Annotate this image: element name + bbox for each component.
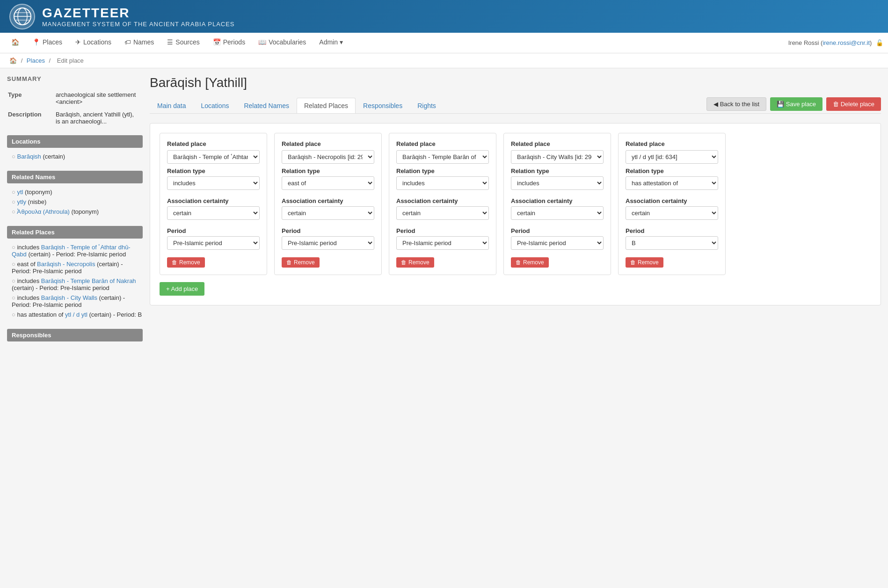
name-link-athroula[interactable]: Ἀθρουλα (Athroula) xyxy=(17,208,69,215)
tag-icon: 🏷 xyxy=(124,38,131,46)
content-area: Barāqish [Yathill] Main data Locations R… xyxy=(150,75,881,345)
breadcrumb-places[interactable]: Places xyxy=(27,57,45,64)
period-section-3: Period Pre-Islamic period Islamic period… xyxy=(511,227,604,254)
breadcrumb: 🏠 / Places / Edit place xyxy=(0,53,888,68)
relation-type-select-4[interactable]: has attestation of includeseast ofis par… xyxy=(626,176,718,190)
location-certainty: (certain) xyxy=(43,153,65,160)
related-place-select-1[interactable]: Barāqish - Necropolis [id: 29x xyxy=(282,150,374,164)
assoc-certainty-select-2[interactable]: certain uncertainprobable xyxy=(396,206,489,220)
add-place-button[interactable]: + Add place xyxy=(160,282,204,296)
relation-type-label-4: Relation type xyxy=(626,167,718,174)
period-select-2[interactable]: Pre-Islamic period Islamic periodBCD xyxy=(396,236,489,250)
name-link-ytl[interactable]: ytl xyxy=(17,189,23,196)
app-logo xyxy=(9,4,35,29)
description-label: Description xyxy=(8,109,55,127)
assoc-certainty-select-4[interactable]: certain uncertainprobable xyxy=(626,206,718,220)
nav-locations[interactable]: ✈ Locations xyxy=(69,33,118,53)
remove-button-1[interactable]: 🗑 Remove xyxy=(282,257,320,268)
list-item: Ἀθρουλα (Athroula) (toponym) xyxy=(12,207,143,217)
assoc-certainty-section-0: Association certainty certain uncertainp… xyxy=(167,197,260,224)
period-label-4: Period xyxy=(626,227,718,234)
period-section-2: Period Pre-Islamic period Islamic period… xyxy=(396,227,489,254)
rp-link-5[interactable]: ytl / d ytl xyxy=(65,311,87,318)
nav-periods[interactable]: 📅 Periods xyxy=(206,33,252,53)
relation-type-select-3[interactable]: includes east ofhas attestation ofis par… xyxy=(511,176,604,190)
related-place-select-4[interactable]: ytl / d ytl [id: 634] xyxy=(626,150,718,164)
remove-button-4[interactable]: 🗑 Remove xyxy=(626,257,663,268)
assoc-certainty-section-2: Association certainty certain uncertainp… xyxy=(396,197,489,224)
period-select-0[interactable]: Pre-Islamic period Islamic periodBCD xyxy=(167,236,260,250)
breadcrumb-sep2: / xyxy=(49,57,52,64)
tab-responsibles[interactable]: Responsibles xyxy=(356,98,410,113)
place-title: Barāqish [Yathill] xyxy=(150,75,881,90)
tabs-row: Main data Locations Related Names Relate… xyxy=(150,97,881,114)
assoc-certainty-select-0[interactable]: certain uncertainprobable xyxy=(167,206,260,220)
save-place-button[interactable]: 💾 Save place xyxy=(770,97,822,111)
trash-icon-1: 🗑 xyxy=(286,259,292,266)
nav-places-label: Places xyxy=(43,38,62,46)
tab-main-data[interactable]: Main data xyxy=(150,98,193,113)
tab-locations[interactable]: Locations xyxy=(193,98,236,113)
trash-icon-3: 🗑 xyxy=(516,259,521,266)
relation-type-select-0[interactable]: includes east ofhas attestation ofis par… xyxy=(167,176,260,190)
sidebar-section-responsibles: Responsibles xyxy=(7,329,143,341)
tab-related-places[interactable]: Related Places xyxy=(297,98,356,113)
period-section-4: Period B Pre-Islamic periodIslamic perio… xyxy=(626,227,718,254)
nav-admin[interactable]: Admin ▾ xyxy=(313,33,349,53)
rp-link-2[interactable]: Barāqish - Necropolis xyxy=(37,261,95,268)
remove-button-2[interactable]: 🗑 Remove xyxy=(396,257,434,268)
nav-sources[interactable]: ☰ Sources xyxy=(160,33,206,53)
nav-vocabularies-label: Vocabularies xyxy=(269,38,306,46)
relation-type-section-4: Relation type has attestation of include… xyxy=(626,167,718,194)
relation-type-section-0: Relation type includes east ofhas attest… xyxy=(167,167,260,194)
app-title-block: GAZETTEER MANAGEMENT SYSTEM OF THE ANCIE… xyxy=(42,6,235,28)
relation-type-select-1[interactable]: east of includeshas attestation ofis par… xyxy=(282,176,374,190)
tab-related-names[interactable]: Related Names xyxy=(236,98,297,113)
list-item: includes Barāqish - Temple Barān of Nakr… xyxy=(12,276,143,293)
relation-type-select-2[interactable]: includes east ofhas attestation ofis par… xyxy=(396,176,489,190)
period-select-1[interactable]: Pre-Islamic period Islamic periodBCD xyxy=(282,236,374,250)
globe-icon xyxy=(13,7,32,26)
nav-vocabularies[interactable]: 📖 Vocabularies xyxy=(252,33,313,53)
card-label-4: Related place xyxy=(626,140,718,147)
related-place-select-0[interactable]: Barāqish - Temple of ʿAthtar ✓ xyxy=(167,150,260,164)
place-card: Related place Barāqish - Temple of ʿAtht… xyxy=(160,133,267,275)
place-card: Related place Barāqish - Temple Barān of… xyxy=(389,133,496,275)
sidebar-related-places-list: includes Barāqish - Temple of ʿAthtar dh… xyxy=(7,242,143,324)
user-name-text: Irene Rossi ( xyxy=(788,39,823,46)
user-email-link[interactable]: irene.rossi@cnr.it xyxy=(822,39,870,46)
trash-icon-4: 🗑 xyxy=(630,259,636,266)
calendar-icon: 📅 xyxy=(213,38,221,46)
rp-link-3[interactable]: Barāqish - Temple Barān of Nakrah xyxy=(41,277,136,284)
nav-names[interactable]: 🏷 Names xyxy=(118,33,160,53)
period-select-4[interactable]: B Pre-Islamic periodIslamic periodCD xyxy=(626,236,718,250)
assoc-certainty-select-3[interactable]: certain uncertainprobable xyxy=(511,206,604,220)
sidebar-section-locations: Locations xyxy=(7,135,143,148)
nav-home[interactable]: 🏠 xyxy=(5,33,26,53)
remove-button-3[interactable]: 🗑 Remove xyxy=(511,257,549,268)
tab-rights[interactable]: Rights xyxy=(410,98,444,113)
place-card: Related place Barāqish - City Walls [id:… xyxy=(503,133,611,275)
location-link[interactable]: Barāqish xyxy=(17,153,41,160)
logout-icon[interactable]: 🔓 xyxy=(876,39,883,46)
related-place-select-3[interactable]: Barāqish - City Walls [id: 290 xyxy=(511,150,604,164)
summary-desc-row: Description Barāqish, ancient Yathill (y… xyxy=(8,109,142,127)
list-item: east of Barāqish - Necropolis (certain) … xyxy=(12,259,143,276)
sidebar: SUMMARY Type archaeological site settlem… xyxy=(7,75,143,345)
delete-place-button[interactable]: 🗑 Delete place xyxy=(826,97,881,111)
breadcrumb-home[interactable]: 🏠 xyxy=(9,57,17,64)
assoc-certainty-label-1: Association certainty xyxy=(282,197,374,204)
period-label-0: Period xyxy=(167,227,260,234)
remove-button-0[interactable]: 🗑 Remove xyxy=(167,257,205,268)
rp-link-4[interactable]: Barāqish - City Walls xyxy=(41,294,97,301)
nav-places[interactable]: 📍 Places xyxy=(26,33,69,53)
card-label-0: Related place xyxy=(167,140,260,147)
name-link-ytly[interactable]: ytly xyxy=(17,198,26,205)
back-to-list-button[interactable]: ◀ Back to the list xyxy=(706,97,766,111)
related-place-select-2[interactable]: Barāqish - Temple Barān of N xyxy=(396,150,489,164)
period-select-3[interactable]: Pre-Islamic period Islamic periodBCD xyxy=(511,236,604,250)
assoc-certainty-section-4: Association certainty certain uncertainp… xyxy=(626,197,718,224)
assoc-certainty-select-1[interactable]: certain uncertainprobable xyxy=(282,206,374,220)
list-item: Barāqish (certain) xyxy=(12,152,143,161)
sidebar-section-related-places: Related Places xyxy=(7,226,143,239)
